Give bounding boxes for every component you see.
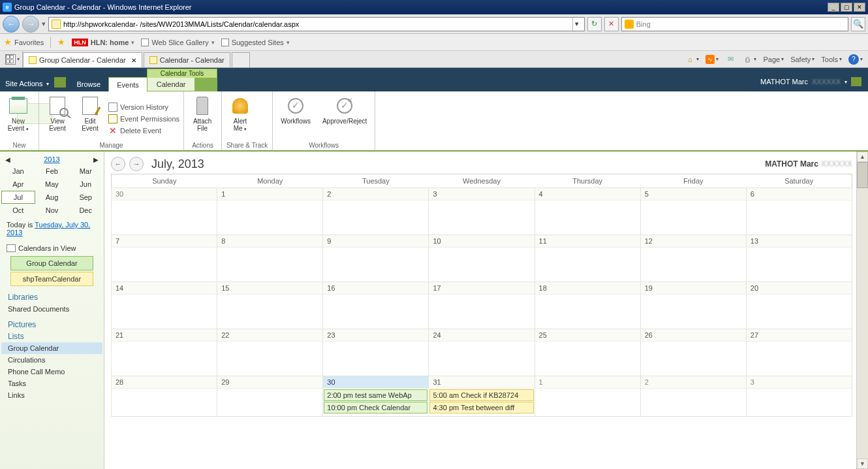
tab-calendar[interactable]: Calendar - Calendar [144,52,230,67]
quick-tabs-dropdown-icon[interactable]: ▾ [17,56,20,62]
scroll-track[interactable] [857,188,868,459]
calendar-cell[interactable]: 16 [323,282,429,329]
calendar-cell[interactable]: 9 [323,235,429,282]
search-box[interactable]: Bing [621,17,848,31]
safety-menu[interactable]: Safety▾ [790,56,814,63]
calendar-overlay-team[interactable]: shpTeamCalendar [10,272,93,286]
user-name[interactable]: MATHOT Marc [760,78,808,86]
browse-tab[interactable]: Browse [69,77,108,91]
calendar-cell[interactable]: 8 [217,235,323,282]
calendar-cell[interactable]: 12 [640,235,746,282]
calendar-cell[interactable]: 17 [429,282,535,329]
close-button[interactable]: ✕ [854,3,865,12]
calendar-event[interactable]: 2:00 pm test same WebAp [324,389,427,401]
calendar-cell[interactable]: 19 [640,282,746,329]
prev-month-button[interactable]: ← [111,157,125,171]
home-button[interactable]: ⌂▾ [685,54,699,65]
calendar-cell[interactable]: 3 [429,188,535,235]
calendar-cell[interactable]: 22 [217,329,323,376]
tab-group-calendar[interactable]: Group Calendar - Calendar ✕ [23,52,142,67]
alert-me-button[interactable]: Alert Me ▾ [226,93,255,142]
search-button[interactable]: 🔍 [851,17,865,31]
calendar-cell[interactable]: 1 [535,376,640,417]
site-actions-menu[interactable]: Site Actions▾ [0,80,54,91]
refresh-button[interactable]: ↻ [587,17,602,31]
quick-tabs-button[interactable] [5,54,16,65]
workflows-button[interactable]: ✓ Workflows [277,93,315,142]
calendar-cell[interactable]: 2 [323,188,429,235]
calendar-cell[interactable]: 21 [112,329,217,376]
user-dropdown-icon[interactable]: ▾ [845,79,847,85]
calendar-cell[interactable]: 6 [746,188,852,235]
next-month-button[interactable]: → [129,157,144,171]
nav-shared-documents[interactable]: Shared Documents [1,303,102,315]
maximize-button[interactable]: ▢ [841,3,852,12]
calendar-cell[interactable]: 26 [640,329,746,376]
hln-home-link[interactable]: HLNHLN: home▾ [72,39,134,46]
calendar-cell[interactable]: 18 [535,282,640,329]
month-apr[interactable]: Apr [1,178,35,191]
nav-libraries[interactable]: Libraries [1,287,102,303]
calendar-cell[interactable]: 10 [429,235,535,282]
help-button[interactable]: ?▾ [848,54,863,65]
scroll-thumb[interactable] [857,162,868,188]
month-dec[interactable]: Dec [69,204,102,217]
stop-button[interactable]: ✕ [604,17,619,31]
page-menu[interactable]: Page▾ [763,56,784,63]
delete-event-button[interactable]: ✕Delete Event [108,126,179,135]
nav-pictures[interactable]: Pictures [1,315,102,331]
month-sep[interactable]: Sep [69,191,102,204]
calendar-cell[interactable]: 23 [323,329,429,376]
calendar-cell[interactable]: 29 [217,376,323,417]
scroll-up-icon[interactable]: ▲ [857,152,868,162]
month-aug[interactable]: Aug [35,191,69,204]
address-bar[interactable]: http://shpworkcalendar- /sites/WW2013MMA… [48,17,585,31]
calendar-cell[interactable]: 13 [746,235,852,282]
calendar-cell[interactable]: 7 [112,235,217,282]
month-may[interactable]: May [35,178,69,191]
calendar-cell[interactable]: 2 [640,376,746,417]
calendar-cell[interactable]: 5 [640,188,746,235]
calendar-cell[interactable]: 20 [746,282,852,329]
month-nov[interactable]: Nov [35,204,69,217]
calendar-event[interactable]: 10:00 pm Check Calendar [324,402,427,413]
webslice-link[interactable]: Web Slice Gallery▾ [141,39,214,46]
nav-tasks[interactable]: Tasks [1,378,102,389]
mail-button[interactable]: ✉ [725,54,736,65]
calendar-cell[interactable]: 30 [112,188,217,235]
next-year-button[interactable]: ▶ [93,156,99,163]
approve-reject-button[interactable]: ✓ Approve/Reject [318,93,371,142]
nav-circulations[interactable]: Circulations [1,354,102,366]
month-oct[interactable]: Oct [1,204,35,217]
rss-button[interactable]: ∿▾ [705,55,719,64]
calendar-cell[interactable]: 315:00 am Check if KB287244:30 pm Test b… [429,376,535,417]
add-favorite-button[interactable]: ★ [57,37,65,47]
year-label[interactable]: 2013 [10,155,93,163]
calendar-cell[interactable]: 14 [112,282,217,329]
nav-links[interactable]: Links [1,389,102,401]
calendar-cell[interactable]: 11 [535,235,640,282]
month-jan[interactable]: Jan [1,165,35,178]
calendar-cell[interactable]: 15 [217,282,323,329]
month-jun[interactable]: Jun [69,178,102,191]
suggested-sites-link[interactable]: Suggested Sites▾ [221,39,290,46]
attach-file-button[interactable]: Attach File [188,93,217,142]
calendar-cell[interactable]: 302:00 pm test same WebAp10:00 pm Check … [323,376,429,417]
version-history-button[interactable]: Version History [108,103,179,112]
calendar-tab[interactable]: Calendar [147,78,196,91]
minimize-button[interactable]: _ [828,3,839,12]
dropdown-history-icon[interactable]: ▾ [42,20,46,28]
new-tab-button[interactable] [232,52,250,67]
event-permissions-button[interactable]: Event Permissions [108,114,179,123]
calendar-cell[interactable]: 27 [746,329,852,376]
calendar-cell[interactable]: 25 [535,329,640,376]
print-button[interactable]: ⎙▾ [742,54,756,65]
nav-phone-call-memo[interactable]: Phone Call Memo [1,366,102,378]
tools-menu[interactable]: Tools▾ [821,56,842,63]
month-jul[interactable]: Jul [1,191,35,204]
nav-lists[interactable]: Lists [1,331,102,342]
forward-button[interactable]: → [22,16,39,33]
calendar-cell[interactable]: 4 [535,188,640,235]
calendar-overlay-group[interactable]: Group Calendar [10,256,93,270]
calendar-cell[interactable]: 28 [112,376,217,417]
